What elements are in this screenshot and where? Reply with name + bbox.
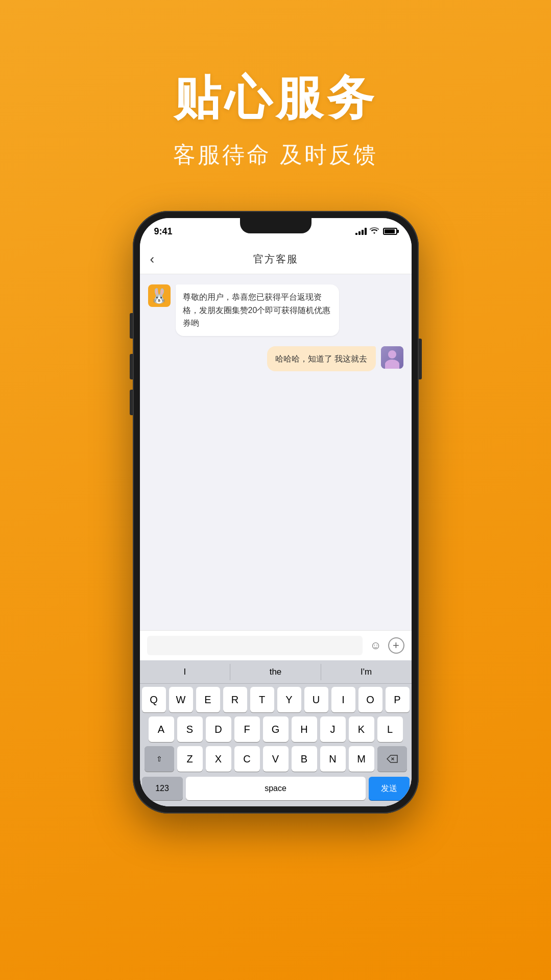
key-m[interactable]: M <box>349 746 374 772</box>
key-t[interactable]: T <box>250 687 274 712</box>
key-g[interactable]: G <box>263 716 289 742</box>
shift-key[interactable]: ⇧ <box>145 746 174 772</box>
suggestion-im[interactable]: I'm <box>321 664 412 680</box>
keyboard-rows: Q W E R T Y U I O P A S <box>140 684 412 774</box>
signal-icon <box>355 228 367 235</box>
key-p[interactable]: P <box>386 687 410 712</box>
key-y[interactable]: Y <box>277 687 301 712</box>
message-right: 哈哈哈，知道了 我这就去 <box>148 346 403 372</box>
numbers-key[interactable]: 123 <box>142 777 183 800</box>
phone-device: 9:41 <box>133 211 419 814</box>
bubble-right: 哈哈哈，知道了 我这就去 <box>267 346 375 372</box>
key-d[interactable]: D <box>206 716 231 742</box>
backspace-key[interactable] <box>377 746 407 772</box>
top-section: 贴心服务 客服待命 及时反馈 <box>0 0 551 201</box>
key-f[interactable]: F <box>234 716 260 742</box>
main-title: 贴心服务 <box>0 66 551 130</box>
key-q[interactable]: Q <box>142 687 166 712</box>
chat-area: 🐰 尊敬的用户，恭喜您已获得平台返现资格，发朋友圈集赞20个即可获得随机优惠券哟… <box>140 274 412 630</box>
emoji-button[interactable]: ☺ <box>368 637 384 654</box>
bubble-left: 尊敬的用户，恭喜您已获得平台返现资格，发朋友圈集赞20个即可获得随机优惠券哟 <box>176 284 339 336</box>
key-o[interactable]: O <box>358 687 382 712</box>
key-z[interactable]: Z <box>177 746 203 772</box>
key-row-1: Q W E R T Y U I O P <box>142 687 410 712</box>
space-key[interactable]: space <box>186 777 366 800</box>
wifi-icon <box>370 227 379 236</box>
user-avatar <box>381 346 403 369</box>
battery-icon <box>383 228 397 235</box>
rabbit-icon: 🐰 <box>150 288 168 304</box>
message-input[interactable] <box>147 636 363 655</box>
user-avatar-img <box>381 346 403 369</box>
status-time: 9:41 <box>154 226 173 237</box>
key-s[interactable]: S <box>177 716 203 742</box>
key-k[interactable]: K <box>349 716 374 742</box>
key-h[interactable]: H <box>292 716 317 742</box>
key-c[interactable]: C <box>234 746 260 772</box>
service-avatar: 🐰 <box>148 284 171 307</box>
key-row-2: A S D F G H J K L <box>142 716 410 742</box>
send-key[interactable]: 发送 <box>369 777 410 800</box>
key-n[interactable]: N <box>320 746 346 772</box>
input-icons: ☺ + <box>368 637 404 654</box>
key-x[interactable]: X <box>206 746 231 772</box>
phone-screen: 9:41 <box>140 218 412 806</box>
notch <box>240 218 312 233</box>
key-j[interactable]: J <box>320 716 346 742</box>
sub-title: 客服待命 及时反馈 <box>0 140 551 170</box>
suggestion-the[interactable]: the <box>230 664 321 680</box>
input-area: ☺ + <box>140 630 412 660</box>
phone-wrapper: 9:41 <box>0 211 551 814</box>
key-v[interactable]: V <box>263 746 289 772</box>
key-b[interactable]: B <box>292 746 317 772</box>
keyboard-bottom: 123 space 发送 <box>140 774 412 806</box>
key-e[interactable]: E <box>196 687 220 712</box>
key-l[interactable]: L <box>377 716 403 742</box>
key-row-3: ⇧ Z X C V B N M <box>142 746 410 772</box>
nav-title: 官方客服 <box>253 252 298 266</box>
message-left: 🐰 尊敬的用户，恭喜您已获得平台返现资格，发朋友圈集赞20个即可获得随机优惠券哟 <box>148 284 403 336</box>
key-a[interactable]: A <box>149 716 174 742</box>
nav-bar: ‹ 官方客服 <box>140 245 412 274</box>
status-icons <box>355 227 397 236</box>
suggestion-i[interactable]: I <box>140 664 231 680</box>
back-button[interactable]: ‹ <box>150 251 155 267</box>
plus-button[interactable]: + <box>388 637 404 654</box>
key-r[interactable]: R <box>223 687 247 712</box>
keyboard: I the I'm Q W E R T Y U I <box>140 660 412 806</box>
keyboard-suggestions: I the I'm <box>140 660 412 684</box>
key-i[interactable]: I <box>331 687 355 712</box>
key-u[interactable]: U <box>304 687 328 712</box>
key-w[interactable]: W <box>169 687 193 712</box>
